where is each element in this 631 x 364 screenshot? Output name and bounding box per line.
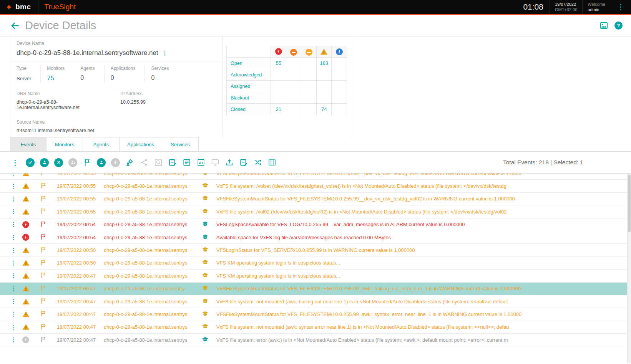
export-icon[interactable] bbox=[225, 158, 234, 167]
event-row[interactable]: ⋮ 19/07/2022 00:47 dhcp-0-c-29-a5-88-1e.… bbox=[0, 334, 631, 346]
summary-row-label[interactable]: Closed bbox=[227, 104, 271, 115]
row-menu-kebab-icon[interactable]: ⋮ bbox=[11, 247, 22, 254]
deacknowledge-icon[interactable] bbox=[68, 158, 77, 167]
row-menu-kebab-icon[interactable]: ⋮ bbox=[11, 311, 22, 318]
event-row[interactable]: ⋮ 19/07/2022 00:55 dhcp-0-c-29-a5-88-1e.… bbox=[0, 180, 631, 192]
event-device[interactable]: dhcp-0-c-29-a5-88-1e.internal.sentrys bbox=[104, 183, 202, 189]
tab[interactable]: Applications bbox=[120, 137, 162, 151]
stat-value[interactable]: 75 bbox=[47, 74, 65, 82]
event-row[interactable]: ⋮ 19/07/2022 00:47 dhcp-0-c-29-a5-88-1e.… bbox=[0, 270, 631, 282]
acknowledge-icon[interactable] bbox=[26, 158, 35, 167]
event-row[interactable]: ⋮ 19/07/2022 00:55 dhcp-0-c-29-a5-88-1e.… bbox=[0, 193, 631, 205]
help-icon[interactable]: ? bbox=[614, 22, 623, 30]
flag-icon[interactable] bbox=[40, 272, 57, 280]
flag-icon[interactable] bbox=[40, 259, 57, 267]
assign-to-icon[interactable] bbox=[97, 158, 106, 167]
export-image-icon[interactable] bbox=[599, 21, 608, 30]
summary-count-info[interactable] bbox=[332, 92, 347, 104]
shuffle-icon[interactable] bbox=[253, 158, 262, 167]
remote-console-icon[interactable] bbox=[211, 158, 219, 167]
user-menu-kebab-icon[interactable]: ⋮ bbox=[610, 3, 631, 11]
event-message[interactable]: VxFS file system: /vol02 (/dev/vx/dsk/te… bbox=[216, 209, 631, 215]
event-row[interactable]: ⋮ 19/07/2022 00:47 dhcp-0-c-29-a5-88-1e.… bbox=[0, 308, 631, 321]
summary-count-minor[interactable] bbox=[301, 81, 316, 92]
row-menu-kebab-icon[interactable]: ⋮ bbox=[11, 195, 22, 202]
event-message[interactable]: VFSFileSystemMountStatus for VFS_FILESYS… bbox=[216, 196, 631, 202]
row-menu-kebab-icon[interactable]: ⋮ bbox=[11, 208, 22, 215]
priority-icon[interactable] bbox=[111, 158, 120, 167]
event-device[interactable]: dhcp-0-c-29-a5-88-1e.internal.sentrys bbox=[104, 235, 202, 240]
summary-row-label[interactable]: Open bbox=[227, 58, 271, 69]
event-row[interactable]: ⋮ 19/07/2022 00:54 dhcp-0-c-29-a5-88-1e.… bbox=[0, 231, 631, 244]
summary-count-warning[interactable]: 74 bbox=[316, 104, 332, 115]
summary-count-major[interactable] bbox=[286, 81, 301, 92]
summary-count-info[interactable] bbox=[332, 104, 347, 115]
row-menu-kebab-icon[interactable]: ⋮ bbox=[11, 272, 22, 279]
tab[interactable]: Monitors bbox=[46, 137, 83, 151]
summary-count-minor[interactable] bbox=[301, 69, 316, 81]
summary-count-critical[interactable] bbox=[271, 92, 286, 104]
summary-count-warning[interactable] bbox=[316, 92, 332, 104]
flag-icon[interactable] bbox=[40, 323, 57, 331]
event-message[interactable]: VFSLoginStatus for VFS_SERVER/10.0.255.9… bbox=[216, 247, 631, 253]
row-menu-kebab-icon[interactable]: ⋮ bbox=[11, 336, 22, 343]
summary-count-critical[interactable] bbox=[271, 69, 286, 81]
row-menu-kebab-icon[interactable]: ⋮ bbox=[11, 298, 22, 305]
event-message[interactable]: VxFS file system: not mounted (awk: synt… bbox=[216, 324, 631, 330]
vertical-scrollbar[interactable] bbox=[627, 174, 631, 363]
event-row[interactable]: ⋮ 19/07/2022 00:55 dhcp-0-c-29-a5-88-1e.… bbox=[0, 174, 631, 180]
event-row[interactable]: ⋮ 19/07/2022 00:47 dhcp-0-c-29-a5-88-1e.… bbox=[0, 321, 631, 334]
event-message[interactable]: Available space for VxFS log file /var/a… bbox=[216, 235, 631, 240]
event-device[interactable]: dhcp-0-c-29-a5-88-1e.internal.sentrys bbox=[104, 260, 202, 266]
tab[interactable]: Events bbox=[10, 137, 46, 151]
close-event-icon[interactable] bbox=[54, 158, 63, 167]
summary-count-minor[interactable] bbox=[301, 92, 316, 104]
flag-icon[interactable] bbox=[40, 310, 57, 318]
summary-count-major[interactable] bbox=[286, 58, 301, 69]
event-message[interactable]: VFS KM operating system login is in susp… bbox=[216, 260, 631, 266]
event-row[interactable]: ⋮ 19/07/2022 00:47 dhcp-0-c-29-a5-88-1e.… bbox=[0, 283, 631, 295]
summary-count-info[interactable] bbox=[332, 58, 347, 69]
row-menu-kebab-icon[interactable]: ⋮ bbox=[11, 324, 22, 331]
summary-count-info[interactable] bbox=[332, 81, 347, 92]
report-list-icon[interactable] bbox=[182, 158, 191, 167]
device-menu-kebab-icon[interactable]: ⋮ bbox=[162, 50, 168, 56]
row-menu-kebab-icon[interactable]: ⋮ bbox=[11, 174, 22, 177]
event-message[interactable]: VxFS file system: error (awk:) is in <No… bbox=[216, 337, 631, 343]
event-row[interactable]: ⋮ 19/07/2022 00:50 dhcp-0-c-29-a5-88-1e.… bbox=[0, 244, 631, 256]
event-device[interactable]: dhcp-0-c-29-a5-88-1e.internal.sentrys bbox=[104, 337, 202, 343]
row-menu-kebab-icon[interactable]: ⋮ bbox=[11, 221, 22, 228]
event-row[interactable]: ⋮ 19/07/2022 00:47 dhcp-0-c-29-a5-88-1e.… bbox=[0, 295, 631, 308]
summary-count-major[interactable] bbox=[286, 104, 301, 115]
event-device[interactable]: dhcp-0-c-29-a5-88-1e.internal.sentry bbox=[104, 286, 202, 291]
summary-row-label[interactable]: Assigned bbox=[227, 81, 271, 92]
summary-row-label[interactable]: Blackout bbox=[227, 92, 271, 104]
event-device[interactable]: dhcp-0-c-29-a5-88-1e.internal.sentrys bbox=[104, 299, 202, 304]
event-message[interactable]: VFSLogSpaceAvailable for VFS_LOG/10.0.25… bbox=[216, 222, 631, 227]
summary-count-warning[interactable] bbox=[316, 81, 332, 92]
row-menu-kebab-icon[interactable]: ⋮ bbox=[11, 260, 22, 266]
flag-event-icon[interactable] bbox=[83, 158, 91, 167]
stat-value[interactable]: 0 bbox=[111, 74, 136, 81]
flag-icon[interactable] bbox=[40, 174, 57, 177]
event-message[interactable]: VFSFileSystemMountStatus for VFS_FILESYS… bbox=[216, 286, 631, 291]
summary-count-warning[interactable] bbox=[316, 69, 332, 81]
summary-count-minor[interactable] bbox=[301, 58, 316, 69]
flag-icon[interactable] bbox=[40, 233, 57, 241]
event-device[interactable]: dhcp-0-c-29-a5-88-1e.internal.sentrys bbox=[104, 311, 202, 317]
flag-icon[interactable] bbox=[40, 285, 57, 293]
assign-to-me-icon[interactable] bbox=[40, 158, 49, 167]
event-device[interactable]: dhcp-0-c-29-a5-88-1e.internal.sentrys bbox=[104, 196, 202, 202]
tab[interactable]: Agents bbox=[83, 137, 120, 151]
event-message[interactable]: VFSFileSystemMountStatus for VFS_FILESYS… bbox=[216, 174, 631, 176]
event-row[interactable]: ⋮ 19/07/2022 00:54 dhcp-0-c-29-a5-88-1e.… bbox=[0, 218, 631, 231]
report-edit-icon[interactable] bbox=[168, 158, 177, 167]
event-message[interactable]: VxFS file system: /volset (/dev/vx/dsk/t… bbox=[216, 183, 631, 189]
row-menu-kebab-icon[interactable]: ⋮ bbox=[11, 183, 22, 190]
summary-count-major[interactable] bbox=[286, 92, 301, 104]
flag-icon[interactable] bbox=[40, 208, 57, 215]
event-message[interactable]: VFS KM operating system login is in susp… bbox=[216, 273, 631, 279]
tab[interactable]: Services bbox=[162, 137, 199, 151]
event-device[interactable]: dhcp-0-c-29-a5-88-1e.internal.sentrys bbox=[104, 174, 202, 176]
flag-icon[interactable] bbox=[40, 336, 57, 344]
